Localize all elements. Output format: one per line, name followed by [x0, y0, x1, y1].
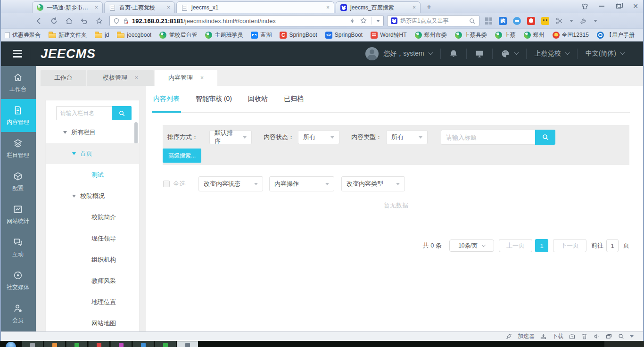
- tab-close-icon[interactable]: ×: [167, 5, 170, 10]
- sidebar-item-channels[interactable]: 栏目管理: [0, 132, 36, 165]
- bookmark-item[interactable]: 郑州市委: [415, 31, 447, 39]
- quick-launch-bolt-icon[interactable]: [349, 17, 355, 25]
- address-field[interactable]: 192.168.0.21:8181/jeecms/index.html#/con…: [109, 15, 384, 26]
- repair-kit-icon[interactable]: [569, 333, 576, 340]
- prev-page-button[interactable]: 上一页: [499, 239, 532, 252]
- tree-item-sitemap[interactable]: 网站地图: [46, 313, 139, 334]
- notification-bell-icon[interactable]: [449, 49, 458, 58]
- taskbar-app-active[interactable]: [177, 341, 198, 347]
- tab-close-icon[interactable]: ×: [200, 74, 204, 81]
- sidebar-item-content[interactable]: 内容管理: [0, 99, 36, 132]
- tab-recycle-bin[interactable]: 回收站: [248, 86, 268, 112]
- browser-tab-1[interactable]: 一码通·新乡市委党校后台管理 ×: [32, 1, 103, 13]
- channel-search-button[interactable]: [112, 106, 132, 120]
- windows-icon[interactable]: [605, 333, 612, 340]
- page-size-select[interactable]: 10条/页: [449, 240, 494, 252]
- minimize-button[interactable]: [597, 1, 606, 11]
- type-select[interactable]: 所有: [386, 130, 428, 144]
- search-icon[interactable]: [469, 17, 476, 25]
- tab-close-icon[interactable]: ×: [413, 5, 416, 10]
- bookmark-star-icon[interactable]: [360, 17, 367, 25]
- title-search-button[interactable]: [535, 130, 555, 145]
- taskbar-app[interactable]: [44, 341, 65, 347]
- zoom-icon[interactable]: [618, 333, 625, 340]
- sidebar-item-members[interactable]: 会员: [0, 297, 36, 330]
- tree-item-organization[interactable]: 组织机构: [46, 249, 139, 270]
- bookmark-item[interactable]: jd: [95, 32, 109, 38]
- theme-menu[interactable]: [501, 49, 518, 58]
- new-tab-button[interactable]: +: [422, 2, 436, 12]
- tree-item-school-intro[interactable]: 校院简介: [46, 207, 139, 228]
- undo-icon[interactable]: [80, 17, 88, 25]
- taskbar-app[interactable]: [22, 341, 43, 347]
- sidebar-item-interaction[interactable]: 互动: [0, 231, 36, 264]
- page-tab-content[interactable]: 内容管理 ×: [155, 70, 217, 86]
- taskbar-app[interactable]: [155, 341, 176, 347]
- favorites-icon[interactable]: [95, 17, 103, 25]
- taskbar-app[interactable]: [110, 341, 132, 347]
- restore-button[interactable]: [614, 1, 623, 11]
- adblock-extension-icon[interactable]: [513, 17, 521, 25]
- accelerator-rocket-icon[interactable]: [505, 333, 512, 340]
- page-tab-templates[interactable]: 模板管理 ×: [87, 70, 154, 86]
- taskbar-app[interactable]: [66, 341, 87, 347]
- tab-close-icon[interactable]: ×: [95, 5, 98, 10]
- bookmark-item[interactable]: 党校后台管: [159, 31, 197, 39]
- bookmark-item[interactable]: 优惠券聚合: [5, 31, 41, 39]
- zoom-dropdown-icon[interactable]: [630, 335, 634, 338]
- back-icon[interactable]: [35, 17, 43, 25]
- monitor-icon[interactable]: [475, 49, 484, 58]
- tab-smart-review[interactable]: 智能审核 (0): [196, 86, 232, 112]
- tree-item-location[interactable]: 地理位置: [46, 292, 139, 313]
- tree-item-test[interactable]: 测试: [46, 165, 139, 185]
- bookmark-item[interactable]: 新建文件夹: [49, 31, 87, 39]
- bookmark-item[interactable]: 上蔡县委: [455, 31, 487, 39]
- tree-item-homepage[interactable]: 首页: [46, 143, 139, 164]
- trash-icon[interactable]: [581, 333, 588, 340]
- tree-item-current-leaders[interactable]: 现任领导: [46, 228, 139, 249]
- start-button[interactable]: [6, 342, 16, 347]
- current-page-button[interactable]: 1: [535, 239, 548, 252]
- apps-grid-icon[interactable]: [485, 17, 493, 25]
- sidebar-item-workbench[interactable]: 工作台: [0, 66, 36, 99]
- download-label[interactable]: 下载: [552, 332, 563, 340]
- taskbar-app[interactable]: [132, 341, 154, 347]
- taskbar-tray[interactable]: [604, 341, 644, 347]
- language-switcher[interactable]: 中文(简体): [586, 50, 624, 58]
- address-dropdown-icon[interactable]: [376, 20, 380, 22]
- menu-dropdown-icon[interactable]: [594, 20, 597, 22]
- bookmark-item[interactable]: jeecgboot: [117, 32, 151, 38]
- settings-wrench-icon[interactable]: [579, 17, 587, 25]
- sidebar-item-statistics[interactable]: 网站统计: [0, 198, 36, 231]
- tools-dropdown-icon[interactable]: [570, 20, 573, 22]
- advanced-search-button[interactable]: 高级搜索...: [163, 149, 201, 163]
- bookmark-item[interactable]: 【用户手册: [597, 31, 635, 39]
- accelerator-label[interactable]: 加速器: [518, 332, 535, 340]
- red-extension-icon[interactable]: [527, 17, 535, 25]
- bookmark-item[interactable]: 主题班学员: [205, 31, 243, 39]
- expand-arrow-icon[interactable]: [63, 131, 67, 134]
- home-icon[interactable]: [65, 17, 73, 25]
- browser-tab-4[interactable]: jeecms_百度搜索 ×: [336, 1, 421, 13]
- next-page-button[interactable]: 下一页: [553, 239, 586, 252]
- goto-page-input[interactable]: [606, 239, 619, 252]
- download-tray-icon[interactable]: [540, 333, 547, 340]
- bookmark-item[interactable]: 全国12315: [553, 31, 589, 39]
- tree-item-all-channels[interactable]: 所有栏目: [46, 122, 139, 143]
- tab-close-icon[interactable]: ×: [326, 5, 330, 10]
- page-tab-workbench[interactable]: 工作台: [41, 70, 86, 86]
- sidebar-item-config[interactable]: 配置: [0, 165, 36, 198]
- skin-button[interactable]: [580, 1, 589, 11]
- title-search-input[interactable]: [441, 130, 535, 145]
- menu-toggle-icon[interactable]: [13, 50, 22, 58]
- yellow-extension-icon[interactable]: [541, 17, 549, 25]
- bookmark-item[interactable]: Word转HT: [371, 31, 406, 39]
- bookmark-item[interactable]: 郑州: [524, 31, 545, 39]
- channel-search-input[interactable]: [56, 106, 112, 120]
- tab-archived[interactable]: 已归档: [284, 86, 304, 112]
- bookmark-item[interactable]: CSpringBoot: [280, 32, 317, 39]
- tree-item-school-overview[interactable]: 校院概况: [46, 186, 139, 207]
- expand-arrow-icon[interactable]: [72, 152, 76, 155]
- tab-content-list[interactable]: 内容列表: [153, 86, 180, 112]
- close-button[interactable]: ✕: [631, 1, 640, 11]
